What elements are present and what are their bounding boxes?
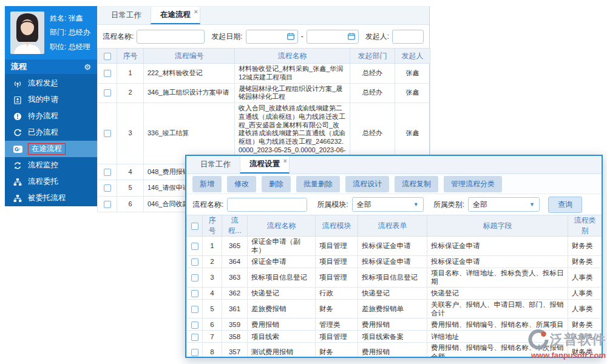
- user-dept: 部门: 总经办: [50, 27, 90, 38]
- gear-icon[interactable]: ⚙: [84, 62, 91, 72]
- watermark-url: www.fanpusoft.com: [528, 351, 606, 359]
- sidebar: 姓名: 张鑫 部门: 总经办 职位: 总经理 流程 ⚙ 流程发起 我的申请 待办…: [5, 6, 97, 206]
- sidebar-item-delegate[interactable]: 流程委托: [5, 174, 97, 190]
- row-checkbox[interactable]: [104, 201, 111, 208]
- settings-tabbar: 日常工作 流程设置 ×: [186, 156, 602, 174]
- settings-toolbar: 新增 修改 删除 批量删除 流程设计 流程复制 管理流程分类: [186, 174, 602, 194]
- alert-icon: [13, 112, 22, 121]
- user-title: 职位: 总经理: [50, 42, 90, 52]
- batch-delete-button[interactable]: 批量删除: [296, 176, 340, 192]
- redo-icon: [13, 128, 22, 138]
- row-checkbox[interactable]: [104, 70, 111, 77]
- sidebar-item-in-transit[interactable]: G· 在途流程: [5, 141, 97, 157]
- category-label: 所属类别:: [433, 200, 464, 210]
- edit-button[interactable]: 修改: [227, 176, 256, 192]
- search-button[interactable]: 查询: [548, 197, 582, 213]
- settings-filter-bar: 流程名称: 所属模块: 全部 ▼ 所属类别: 全部 ▼ 查询: [186, 194, 602, 215]
- row-checkbox[interactable]: [191, 243, 198, 250]
- table-row[interactable]: 3 363 投标项目信息登记 项目管理 投标项目信息登记 项目名称、详细地址、投…: [187, 268, 602, 287]
- table-row[interactable]: 2 364 保证金申请 项目管理 投标保证金申请 投标保证金申请 财务类: [187, 255, 602, 268]
- row-checkbox[interactable]: [104, 130, 111, 137]
- row-checkbox[interactable]: [191, 334, 198, 341]
- close-icon[interactable]: ×: [283, 158, 287, 164]
- manage-category-button[interactable]: 管理流程分类: [444, 176, 502, 192]
- row-checkbox[interactable]: [191, 290, 198, 297]
- initiator-label: 发起人:: [365, 32, 389, 42]
- table-header-row: 序号 流程... 流程名称 流程模块 流程表单 标题字段 流程类别: [187, 215, 602, 237]
- select-all-checkbox[interactable]: [104, 53, 111, 60]
- start-date-label: 发起日期:: [211, 32, 242, 42]
- flow-copy-button[interactable]: 流程复制: [395, 176, 438, 192]
- user-profile: 姓名: 张鑫 部门: 总经办 职位: 总经理: [5, 6, 97, 59]
- calendar-icon: [287, 32, 295, 41]
- table-row[interactable]: 5 361 差旅费报销 财务 差旅费报销单 关联客户、报销人、申请日期、部门、报…: [187, 299, 602, 318]
- row-checkbox[interactable]: [191, 322, 198, 329]
- delete-button[interactable]: 删除: [262, 176, 291, 192]
- id-card-icon: [13, 95, 22, 105]
- initiator-input[interactable]: [392, 30, 424, 44]
- chevron-down-icon: ▼: [413, 201, 419, 207]
- fanpu-logo-icon: [528, 329, 549, 350]
- sidebar-item-done[interactable]: 已办流程: [5, 124, 97, 141]
- sidebar-item-monitor[interactable]: 流程监控: [5, 157, 97, 174]
- in-transit-icon: G·: [13, 144, 22, 154]
- sidebar-item-my-applications[interactable]: 我的申请: [5, 92, 97, 108]
- row-checkbox[interactable]: [191, 274, 198, 281]
- category-select[interactable]: 全部 ▼: [468, 197, 540, 212]
- main-tabbar: 日常工作 在途流程 ×: [97, 7, 429, 25]
- tab-in-transit[interactable]: 在途流程 ×: [151, 7, 200, 24]
- flow-design-button[interactable]: 流程设计: [345, 176, 389, 192]
- date-to-input[interactable]: [307, 30, 359, 44]
- flow-name-label: 流程名称:: [103, 32, 134, 42]
- sidebar-menu: 流程发起 我的申请 待办流程 已办流程 G· 在途流程 流程监控 流程委托 被委: [5, 74, 97, 206]
- sitemap-icon: [13, 194, 22, 203]
- sidebar-item-delegated-to-me[interactable]: 被委托流程: [5, 190, 97, 206]
- table-row[interactable]: 4 362 快递登记 行政 快递登记 快递登记 人事类: [187, 287, 602, 299]
- tab-flow-settings[interactable]: 流程设置 ×: [240, 156, 290, 174]
- row-checkbox[interactable]: [191, 349, 198, 356]
- flow-name-input[interactable]: [137, 30, 205, 44]
- row-checkbox[interactable]: [191, 258, 198, 266]
- user-name: 姓名: 张鑫: [50, 13, 90, 24]
- table-row[interactable]: 2 346_施工组织设计方案申请 晟铭园林绿化工程组织设计方案_晟铭园林绿化工程…: [98, 83, 430, 103]
- chevron-down-icon: ▼: [529, 201, 535, 207]
- select-all-checkbox[interactable]: [191, 223, 198, 230]
- table-row[interactable]: 6 359 费用报销 管理类 费用报销 费用报销、报销编号、报销名称、所属项目 …: [187, 318, 602, 331]
- row-checkbox[interactable]: [191, 306, 198, 313]
- flow-name-input[interactable]: [227, 198, 307, 212]
- row-checkbox[interactable]: [104, 184, 111, 192]
- module-label: 所属模块:: [317, 200, 348, 210]
- table-header-row: 序号 流程编号 流程名称 发起部门 发起人: [98, 49, 430, 64]
- broadcast-icon: [13, 79, 22, 89]
- close-icon[interactable]: ×: [194, 8, 198, 15]
- calendar-icon: [347, 32, 356, 41]
- date-from-input[interactable]: [246, 30, 298, 44]
- watermark: 泛普软件 www.fanpusoft.com: [528, 329, 606, 359]
- main-filter-bar: 流程名称: 发起日期: - 发起人:: [97, 25, 429, 48]
- avatar: [10, 12, 44, 54]
- tab-daily-work[interactable]: 日常工作: [102, 7, 151, 24]
- flow-settings-window: 日常工作 流程设置 × 新增 修改 删除 批量删除 流程设计 流程复制 管理流程…: [185, 155, 603, 358]
- sitemap-icon: [13, 177, 22, 187]
- table-row[interactable]: 1 365 保证金申请（副本） 项目管理 投标保证金申请 投标保证金申请 财务类: [187, 237, 602, 256]
- row-checkbox[interactable]: [104, 89, 111, 96]
- date-separator: -: [301, 32, 304, 41]
- sidebar-item-pending[interactable]: 待办流程: [5, 108, 97, 124]
- tab-daily-work[interactable]: 日常工作: [191, 156, 240, 174]
- watermark-brand: 泛普软件: [550, 333, 606, 346]
- flow-name-label: 流程名称:: [192, 200, 223, 210]
- table-row[interactable]: 1 222_材料验收登记 材料验收登记_材料采购_张鑫_华润12城房建工程项目 …: [98, 64, 430, 84]
- sidebar-header: 流程 ⚙: [5, 59, 97, 74]
- selected-item-highlight: 在途流程: [28, 143, 66, 155]
- add-button[interactable]: 新增: [192, 176, 222, 192]
- module-select[interactable]: 全部 ▼: [352, 197, 424, 212]
- sync-icon: [13, 161, 22, 170]
- row-checkbox[interactable]: [104, 169, 111, 176]
- sidebar-item-process-start[interactable]: 流程发起: [5, 75, 97, 92]
